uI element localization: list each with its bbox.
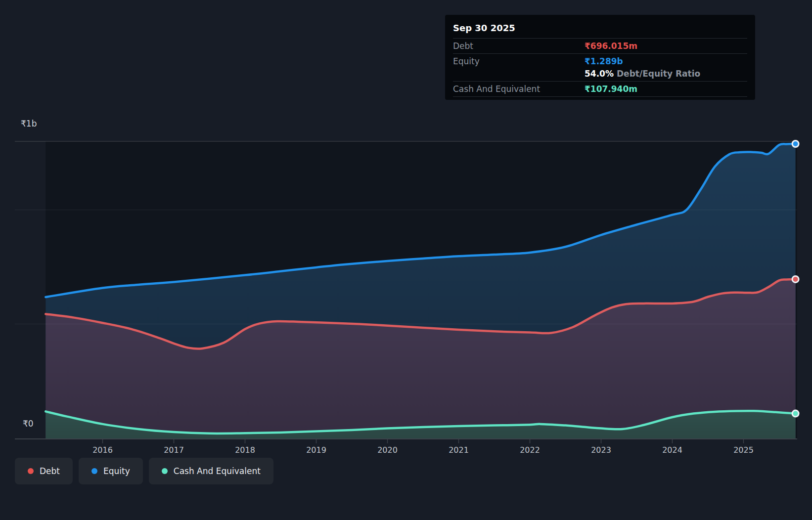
tooltip-ratio-label: Debt/Equity Ratio — [617, 69, 700, 79]
year-label-2024: 2024 — [662, 445, 682, 455]
year-label-2016: 2016 — [92, 445, 113, 455]
debt-dot-icon — [28, 468, 34, 474]
debt-endpoint-marker[interactable] — [792, 276, 799, 282]
tooltip-row-debt: Debt ₹696.015m — [453, 38, 747, 53]
tooltip-debt-label: Debt — [453, 41, 585, 51]
year-label-2025: 2025 — [733, 445, 754, 455]
chart-legend: Debt Equity Cash And Equivalent — [15, 458, 273, 484]
tooltip-cash-label: Cash And Equivalent — [453, 84, 585, 94]
legend-equity-label: Equity — [103, 466, 130, 476]
debt-equity-chart-page: ₹1b ₹0 201620172018201920202021202220232… — [0, 0, 812, 520]
tooltip-row-cash: Cash And Equivalent ₹107.940m — [453, 81, 747, 97]
y-axis-bottom-label: ₹0 — [23, 419, 34, 429]
legend-debt-label: Debt — [40, 466, 60, 476]
tooltip-debt-value: ₹696.015m — [585, 41, 637, 51]
year-label-2023: 2023 — [591, 445, 611, 455]
year-label-2022: 2022 — [520, 445, 540, 455]
year-label-2017: 2017 — [164, 445, 184, 455]
tooltip-equity-label: Equity — [453, 56, 585, 66]
equity-endpoint-marker[interactable] — [792, 141, 799, 147]
cash-endpoint-marker[interactable] — [792, 410, 799, 417]
year-label-2021: 2021 — [449, 445, 469, 455]
tooltip-row-ratio: 54.0% Debt/Equity Ratio — [453, 69, 747, 81]
tooltip-ratio-value: 54.0% — [585, 69, 614, 79]
tooltip-cash-value: ₹107.940m — [585, 84, 637, 94]
legend-item-debt[interactable]: Debt — [15, 458, 73, 484]
year-label-2020: 2020 — [377, 445, 398, 455]
legend-item-cash[interactable]: Cash And Equivalent — [149, 458, 273, 484]
tooltip-equity-value: ₹1.289b — [585, 56, 623, 66]
legend-item-equity[interactable]: Equity — [79, 458, 143, 484]
tooltip-date: Sep 30 2025 — [453, 20, 747, 38]
y-axis-top-label: ₹1b — [21, 119, 37, 129]
equity-dot-icon — [91, 468, 97, 474]
legend-cash-label: Cash And Equivalent — [174, 466, 261, 476]
chart-tooltip: Sep 30 2025 Debt ₹696.015m Equity ₹1.289… — [445, 15, 755, 100]
tooltip-row-equity: Equity ₹1.289b — [453, 53, 747, 69]
year-label-2018: 2018 — [235, 445, 255, 455]
cash-dot-icon — [162, 468, 168, 474]
year-label-2019: 2019 — [306, 445, 326, 455]
